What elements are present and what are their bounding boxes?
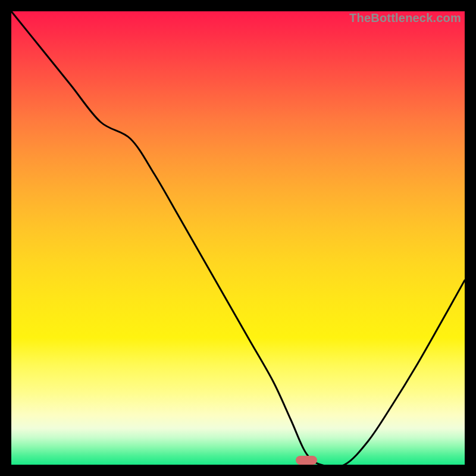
curve-path <box>11 11 465 465</box>
chart-outer-frame: TheBottleneck.com <box>0 0 476 476</box>
chart-plot-area: TheBottleneck.com <box>11 11 465 465</box>
bottleneck-curve <box>11 11 465 465</box>
optimal-marker <box>296 456 317 465</box>
